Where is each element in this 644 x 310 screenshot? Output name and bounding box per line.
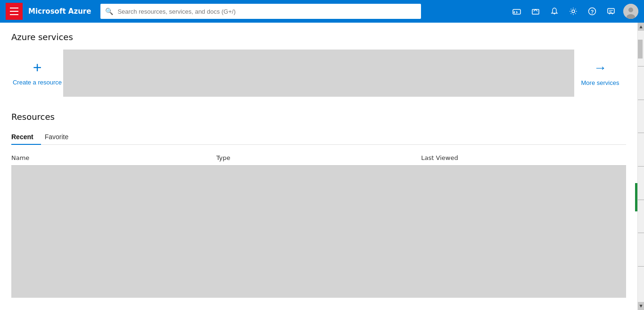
svg-point-9 <box>628 8 633 12</box>
directory-button[interactable] <box>527 3 544 20</box>
table-header: Name Type Last Viewed <box>11 151 626 166</box>
column-header-last-viewed: Last Viewed <box>421 154 626 161</box>
resources-tabs: Recent Favorite <box>11 129 626 145</box>
tab-favorite[interactable]: Favorite <box>45 129 76 144</box>
feedback-icon <box>607 7 615 16</box>
more-services-label: More services <box>581 79 619 86</box>
scrollbar-down-button[interactable]: ▼ <box>638 302 644 310</box>
gear-icon <box>569 7 578 16</box>
help-button[interactable]: ? <box>584 3 601 20</box>
resources-title: Resources <box>11 112 626 122</box>
svg-point-2 <box>572 10 575 13</box>
search-container: 🔍 <box>100 4 421 19</box>
resources-section: Resources Recent Favorite Name Type Last… <box>11 112 626 298</box>
scrollbar-row-line <box>638 266 644 267</box>
column-header-name: Name <box>11 154 216 161</box>
directory-icon <box>531 7 540 16</box>
settings-button[interactable] <box>565 3 582 20</box>
services-loading-placeholder <box>63 50 574 97</box>
azure-services-title: Azure services <box>11 32 626 42</box>
create-resource-button[interactable]: + Create a resource <box>11 50 63 97</box>
services-row: + Create a resource → More services <box>11 50 626 97</box>
brand-name: Microsoft Azure <box>28 7 91 16</box>
tab-recent[interactable]: Recent <box>11 129 41 144</box>
feedback-button[interactable] <box>603 3 619 20</box>
help-icon: ? <box>588 7 596 16</box>
more-services-button[interactable]: → More services <box>574 50 626 97</box>
scrollbar-row-line <box>638 100 644 100</box>
scrollbar-up-button[interactable]: ▲ <box>638 23 644 31</box>
create-resource-label: Create a resource <box>13 79 62 87</box>
search-input[interactable] <box>100 4 421 19</box>
search-icon: 🔍 <box>105 8 113 15</box>
scrollbar-row-line <box>638 133 644 133</box>
column-header-type: Type <box>216 154 421 161</box>
hamburger-line-1 <box>10 8 18 8</box>
scrollbar-track: ▲ ▼ <box>637 23 644 310</box>
avatar-image <box>623 4 638 19</box>
bell-icon <box>550 7 559 16</box>
cloud-shell-button[interactable] <box>508 3 525 20</box>
svg-text:?: ? <box>591 9 594 15</box>
main-content: Azure services + Create a resource → Mor… <box>0 23 644 310</box>
scrollbar-row-line <box>638 166 644 167</box>
scroll-indicator <box>635 183 637 211</box>
cloud-shell-icon <box>512 7 521 16</box>
table-body-loading-placeholder <box>11 166 626 298</box>
more-services-arrow-icon: → <box>594 60 607 75</box>
scrollbar-row-line <box>638 200 644 200</box>
svg-rect-1 <box>532 9 539 14</box>
resources-table: Name Type Last Viewed <box>11 151 626 298</box>
scrollbar-row-indicators <box>638 31 644 302</box>
scrollbar-thumb-area <box>638 31 644 302</box>
top-navigation: Microsoft Azure 🔍 <box>0 0 644 23</box>
scrollbar-row-line <box>638 66 644 67</box>
scrollbar-row-line <box>638 233 644 233</box>
topnav-icon-group: ? <box>508 3 619 20</box>
page-area: Azure services + Create a resource → Mor… <box>0 23 637 310</box>
notifications-button[interactable] <box>546 3 563 20</box>
avatar[interactable] <box>623 4 638 19</box>
hamburger-line-3 <box>10 14 18 15</box>
hamburger-line-2 <box>10 11 18 12</box>
azure-services-section: Azure services + Create a resource → Mor… <box>11 32 626 97</box>
create-resource-plus-icon: + <box>33 60 42 75</box>
hamburger-menu-button[interactable] <box>6 3 23 20</box>
